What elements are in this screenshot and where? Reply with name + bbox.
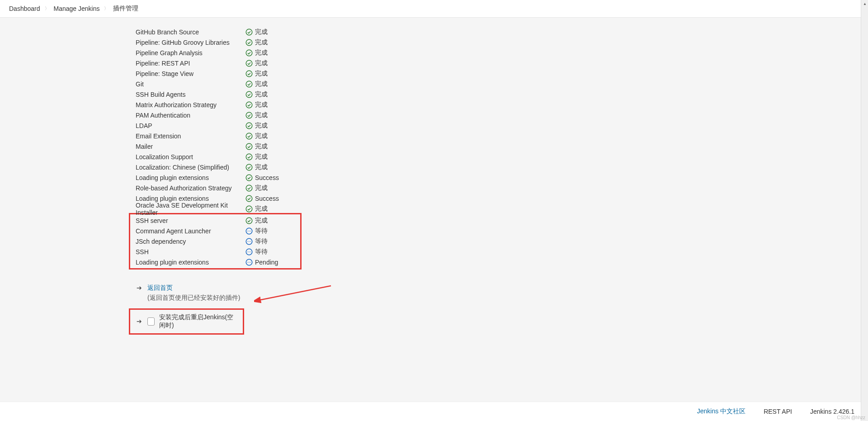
highlighted-plugins: SSH server完成Command Agent Launcher等待JSch… [129,213,302,270]
svg-point-13 [246,164,252,170]
breadcrumb-dashboard[interactable]: Dashboard [9,5,40,12]
arrow-right-icon [136,284,143,292]
plugin-status: 完成 [255,153,268,161]
svg-point-0 [246,29,252,35]
plugin-name: GitHub Branch Source [136,28,245,36]
plugin-status: 完成 [255,205,268,213]
svg-point-11 [246,143,252,150]
plugin-row: Localization Support完成 [136,151,868,162]
svg-point-17 [246,206,252,212]
success-icon [245,163,253,171]
svg-point-5 [246,81,252,87]
svg-point-34 [250,262,251,263]
plugin-name: SSH Build Agents [136,91,245,98]
plugin-row: Oracle Java SE Development Kit Installer… [136,203,868,214]
success-icon [245,205,253,213]
pending-icon [245,258,253,266]
plugin-row: Pipeline: REST API完成 [136,58,868,68]
plugin-row: Loading plugin extensionsSuccess [136,172,868,183]
plugin-status: 等待 [255,237,268,246]
svg-point-14 [246,175,252,181]
svg-point-24 [247,241,248,242]
svg-point-8 [246,112,252,118]
plugin-name: LDAP [136,122,245,129]
breadcrumb-manage-jenkins[interactable]: Manage Jenkins [54,5,100,12]
plugin-status: Pending [255,259,278,266]
plugin-status: Success [255,174,279,181]
plugin-status: 完成 [255,80,268,88]
success-icon [245,122,253,130]
success-icon [245,194,253,203]
svg-point-26 [250,241,251,242]
success-icon [245,153,253,161]
plugin-name: Mailer [136,143,245,150]
svg-point-6 [246,91,252,98]
plugin-name: Pipeline Graph Analysis [136,49,245,57]
success-icon [245,184,253,192]
svg-point-10 [246,133,252,139]
svg-point-2 [246,50,252,56]
svg-point-4 [246,71,252,77]
plugin-row: SSH等待 [136,246,295,257]
plugin-row: Pipeline: Stage View完成 [136,68,868,79]
success-icon [245,111,253,119]
plugin-status: 完成 [255,49,268,57]
success-icon [245,90,253,99]
chevron-right-icon: 〉 [45,5,49,12]
plugin-name: Matrix Authorization Strategy [136,101,245,109]
plugin-row: Mailer完成 [136,141,868,151]
plugin-status: 完成 [255,59,268,67]
plugin-row: Pipeline: GitHub Groovy Libraries完成 [136,37,868,47]
plugin-status: 等待 [255,248,268,256]
success-icon [245,28,253,36]
plugin-status: 完成 [255,38,268,47]
svg-point-7 [246,102,252,108]
success-icon [245,70,253,78]
plugin-row: SSH Build Agents完成 [136,89,868,99]
plugin-name: Email Extension [136,132,245,140]
svg-point-33 [249,262,250,263]
plugin-status: 完成 [255,142,268,151]
svg-point-21 [249,231,250,232]
scrollbar[interactable]: ▲ [861,0,868,353]
plugin-status: 完成 [255,70,268,78]
plugin-row: Loading plugin extensionsPending [136,257,295,267]
return-home-link[interactable]: 返回首页 [147,284,173,292]
plugin-name: Pipeline: Stage View [136,70,245,77]
plugin-row: LDAP完成 [136,120,868,131]
plugin-name: Role-based Authorization Strategy [136,184,245,192]
plugin-status: 完成 [255,111,268,119]
svg-point-25 [249,241,250,242]
success-icon [245,217,253,225]
plugin-name: Oracle Java SE Development Kit Installer [136,202,245,216]
success-icon [245,142,253,151]
plugin-status: 完成 [255,28,268,36]
plugin-row: Git完成 [136,79,868,89]
plugin-name: Pipeline: GitHub Groovy Libraries [136,39,245,46]
plugin-name: PAM Authentication [136,112,245,119]
plugin-status: 完成 [255,90,268,99]
plugin-status: 等待 [255,227,268,235]
restart-label: 安装完成后重启Jenkins(空闲时) [159,313,237,330]
restart-checkbox[interactable] [147,317,155,326]
breadcrumb-plugin-manager[interactable]: 插件管理 [113,5,138,13]
plugin-row: Pipeline Graph Analysis完成 [136,47,868,58]
svg-point-29 [249,251,250,252]
plugin-row: JSch dependency等待 [136,236,295,246]
chevron-right-icon: 〉 [104,5,108,12]
success-icon [245,101,253,109]
scroll-up-icon[interactable]: ▲ [861,0,868,7]
svg-point-22 [250,231,251,232]
return-home-desc: (返回首页使用已经安装好的插件) [147,294,868,302]
plugin-name: Loading plugin extensions [136,259,245,266]
svg-point-20 [247,231,248,232]
svg-point-9 [246,123,252,129]
plugin-name: Loading plugin extensions [136,195,245,202]
plugin-row: PAM Authentication完成 [136,110,868,120]
plugin-status: 完成 [255,101,268,109]
plugin-name: SSH [136,248,245,255]
restart-after-install-row: 安装完成后重启Jenkins(空闲时) [129,308,244,335]
success-icon [245,80,253,88]
plugin-row: GitHub Branch Source完成 [136,27,868,37]
plugin-row: SSH server完成 [136,215,295,226]
